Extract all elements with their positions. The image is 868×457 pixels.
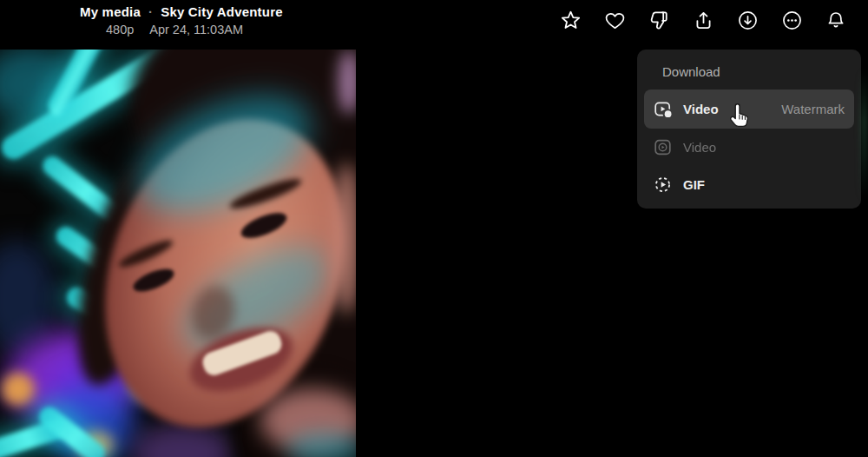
share-upload-icon (693, 10, 714, 31)
page-title: Sky City Adventure (161, 4, 283, 19)
favorite-star-button[interactable] (556, 5, 585, 35)
gif-icon (654, 176, 672, 194)
thumbs-down-icon (648, 10, 670, 31)
bokeh-orange-1 (2, 373, 35, 406)
breadcrumb: My media · Sky City Adventure (80, 4, 283, 19)
menu-item-gif[interactable]: GIF (644, 165, 854, 203)
menu-item-label: Video (683, 140, 716, 155)
bell-icon (825, 10, 846, 30)
video-meta: 480p Apr 24, 11:03AM (106, 23, 283, 36)
star-icon (560, 10, 582, 31)
notifications-button[interactable] (821, 5, 851, 35)
menu-item-video-watermark[interactable]: Video Watermark (644, 89, 854, 129)
heart-icon (604, 10, 626, 31)
share-button[interactable] (688, 5, 718, 35)
header-title-block: My media · Sky City Adventure 480p Apr 2… (80, 4, 283, 36)
watermark-badge: Watermark (781, 102, 845, 116)
timestamp-label: Apr 24, 11:03AM (149, 23, 243, 36)
bokeh-purple-bottom (130, 423, 234, 457)
download-menu: Download Video Watermark (637, 50, 861, 209)
download-menu-title: Download (644, 63, 854, 89)
breadcrumb-separator: · (148, 4, 153, 19)
dislike-button[interactable] (644, 5, 674, 35)
quality-label: 480p (106, 23, 134, 36)
breadcrumb-library[interactable]: My media (80, 4, 141, 19)
menu-item-label: GIF (683, 177, 705, 192)
like-heart-button[interactable] (600, 5, 629, 35)
more-options-button[interactable] (777, 5, 806, 35)
menu-item-video-disabled: Video (644, 129, 854, 165)
video-player[interactable] (0, 50, 356, 457)
edge-skin-sliver (332, 162, 356, 315)
background-glow (860, 70, 868, 200)
video-icon (654, 138, 672, 156)
menu-item-label: Video (683, 102, 719, 116)
media-viewer-window: My media · Sky City Adventure 480p Apr 2… (0, 0, 868, 457)
download-circle-icon (737, 10, 759, 31)
edge-purple-sliver (339, 50, 356, 115)
download-button[interactable] (733, 5, 762, 35)
video-watermark-icon (654, 100, 672, 118)
video-frame-art (0, 50, 356, 457)
ellipsis-circle-icon (781, 10, 803, 31)
header-action-bar (556, 5, 851, 35)
